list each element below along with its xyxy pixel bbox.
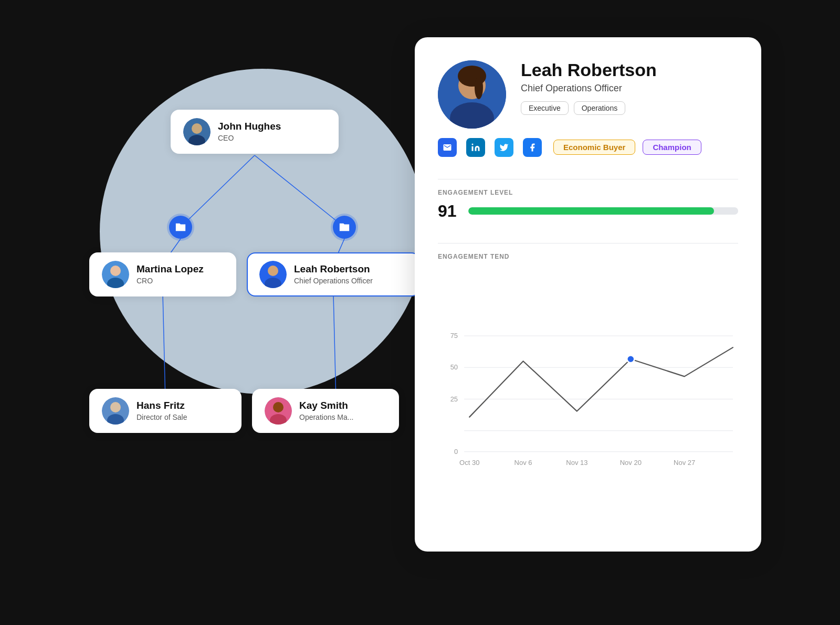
martina-role: CRO bbox=[136, 277, 204, 285]
buyer-tags: Economic Buyer Champion bbox=[553, 140, 701, 155]
svg-text:Nov 6: Nov 6 bbox=[514, 458, 532, 466]
avatar-kay bbox=[265, 397, 292, 425]
avatar-martina bbox=[102, 261, 129, 288]
org-card-kay[interactable]: Kay Smith Operations Ma... bbox=[252, 389, 399, 433]
email-icon[interactable] bbox=[438, 138, 457, 157]
svg-point-13 bbox=[268, 266, 278, 276]
kay-name: Kay Smith bbox=[299, 400, 354, 412]
engagement-row: 91 bbox=[438, 202, 738, 221]
engagement-number: 91 bbox=[438, 202, 459, 221]
profile-name: Leah Robertson bbox=[521, 60, 738, 80]
svg-point-19 bbox=[273, 402, 284, 412]
profile-avatar bbox=[438, 60, 506, 129]
martina-info: Martina Lopez CRO bbox=[136, 263, 204, 285]
org-card-martina[interactable]: Martina Lopez CRO bbox=[89, 252, 236, 296]
profile-panel: Leah Robertson Chief Operations Officer … bbox=[415, 37, 761, 552]
svg-text:50: 50 bbox=[450, 363, 458, 371]
hans-info: Hans Fritz Director of Sale bbox=[136, 400, 187, 421]
svg-text:25: 25 bbox=[450, 395, 458, 402]
folder-node-right[interactable] bbox=[333, 216, 356, 239]
john-role: CEO bbox=[218, 134, 281, 142]
facebook-icon[interactable] bbox=[523, 138, 542, 157]
avatar-leah-org bbox=[259, 261, 287, 288]
kay-role: Operations Ma... bbox=[299, 413, 354, 421]
engagement-level-label: ENGAGEMENT LEVEL bbox=[438, 189, 738, 196]
org-card-john[interactable]: John Hughes CEO bbox=[171, 110, 339, 154]
hans-role: Director of Sale bbox=[136, 413, 187, 421]
linkedin-icon[interactable] bbox=[466, 138, 485, 157]
org-card-leah[interactable]: Leah Robertson Chief Operations Officer bbox=[247, 252, 420, 296]
profile-title: Chief Operations Officer bbox=[521, 83, 738, 94]
divider-1 bbox=[438, 179, 738, 179]
avatar-hans bbox=[102, 397, 129, 425]
avatar-john bbox=[183, 118, 211, 145]
engagement-bar-fill bbox=[468, 207, 714, 215]
svg-text:Nov 20: Nov 20 bbox=[620, 458, 642, 466]
svg-point-35 bbox=[627, 355, 634, 363]
svg-text:Oct 30: Oct 30 bbox=[459, 458, 479, 466]
divider-2 bbox=[438, 243, 738, 243]
svg-point-7 bbox=[192, 123, 202, 134]
john-name: John Hughes bbox=[218, 121, 281, 133]
social-row: Economic Buyer Champion bbox=[438, 138, 738, 157]
martina-name: Martina Lopez bbox=[136, 263, 204, 276]
profile-info: Leah Robertson Chief Operations Officer … bbox=[521, 60, 738, 115]
economic-buyer-tag: Economic Buyer bbox=[553, 140, 635, 155]
svg-point-25 bbox=[475, 76, 483, 99]
hans-name: Hans Fritz bbox=[136, 400, 187, 412]
leah-org-role: Chief Operations Officer bbox=[294, 277, 373, 285]
chart-area: 75 50 25 0 Oct 30 Nov 6 Nov 13 Nov 20 No… bbox=[438, 266, 738, 533]
kay-info: Kay Smith Operations Ma... bbox=[299, 400, 354, 421]
leah-org-name: Leah Robertson bbox=[294, 263, 373, 276]
twitter-icon[interactable] bbox=[495, 138, 513, 157]
tag-operations: Operations bbox=[574, 101, 625, 115]
profile-tags: Executive Operations bbox=[521, 101, 738, 115]
folder-node-left[interactable] bbox=[169, 216, 192, 239]
leah-org-info: Leah Robertson Chief Operations Officer bbox=[294, 263, 373, 285]
tag-executive: Executive bbox=[521, 101, 569, 115]
svg-point-16 bbox=[110, 402, 121, 412]
svg-text:0: 0 bbox=[454, 447, 458, 455]
engagement-chart: 75 50 25 0 Oct 30 Nov 6 Nov 13 Nov 20 No… bbox=[438, 266, 738, 533]
svg-text:Nov 27: Nov 27 bbox=[674, 458, 695, 466]
org-chart-panel: John Hughes CEO Martina Lopez CRO bbox=[79, 69, 436, 520]
champion-tag: Champion bbox=[643, 140, 701, 155]
org-card-hans[interactable]: Hans Fritz Director of Sale bbox=[89, 389, 242, 433]
engagement-bar-bg bbox=[468, 207, 738, 215]
svg-text:Nov 13: Nov 13 bbox=[566, 458, 587, 466]
profile-header: Leah Robertson Chief Operations Officer … bbox=[438, 60, 738, 129]
john-info: John Hughes CEO bbox=[218, 121, 281, 142]
svg-point-10 bbox=[110, 266, 121, 276]
engagement-tend-label: ENGAGEMENT TEND bbox=[438, 253, 738, 260]
svg-text:75: 75 bbox=[450, 332, 458, 340]
